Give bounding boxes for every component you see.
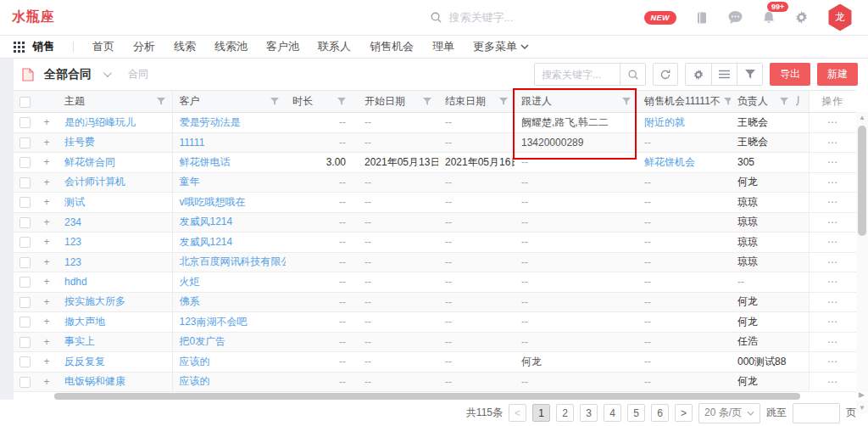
customer-link[interactable]: 火炬	[180, 276, 200, 288]
column-settings-button[interactable]	[686, 64, 711, 85]
apps-grid-icon[interactable]	[14, 42, 25, 53]
customer-link[interactable]: 童年	[180, 176, 200, 188]
row-checkbox[interactable]	[19, 237, 31, 248]
subject-link[interactable]: 电饭锅和健康	[64, 375, 125, 387]
notifications-bell-icon[interactable]: 99+	[762, 10, 776, 25]
scroll-down-icon[interactable]: ▼	[856, 404, 868, 412]
row-actions-button[interactable]: ⋯	[809, 172, 856, 193]
tab-analysis[interactable]: 分析	[133, 39, 155, 54]
row-checkbox[interactable]	[19, 377, 31, 388]
customer-link[interactable]: v哦吃哦想哦在	[180, 196, 246, 208]
row-expand-button[interactable]: +	[36, 153, 58, 173]
subject-link[interactable]: 挂号费	[64, 136, 95, 148]
row-expand-button[interactable]: +	[36, 312, 58, 333]
row-checkbox[interactable]	[19, 177, 31, 188]
row-checkbox[interactable]	[19, 356, 31, 367]
nav-app-name[interactable]: 销售	[32, 39, 54, 54]
row-checkbox[interactable]	[19, 137, 31, 149]
filter-funnel-icon[interactable]	[724, 98, 731, 106]
row-actions-button[interactable]: ⋯	[809, 193, 856, 213]
subject-link[interactable]: 反反复复	[64, 356, 105, 367]
row-actions-button[interactable]: ⋯	[809, 352, 856, 373]
customer-link[interactable]: 发威风1214	[180, 236, 233, 248]
header-owner[interactable]: 负责人	[731, 91, 795, 113]
tab-home[interactable]: 首页	[92, 39, 114, 54]
row-expand-button[interactable]: +	[36, 272, 58, 293]
page-button-3[interactable]: 3	[580, 404, 598, 422]
header-follower[interactable]: 跟进人	[515, 91, 637, 113]
customer-link[interactable]: 鲜花饼电话	[180, 156, 231, 168]
row-expand-button[interactable]: +	[36, 193, 58, 213]
row-expand-button[interactable]: +	[36, 212, 58, 233]
subject-link[interactable]: 是的冯绍峰玩儿	[64, 116, 136, 128]
density-button[interactable]	[711, 64, 737, 85]
subject-link[interactable]: 事实上	[64, 335, 95, 347]
row-actions-button[interactable]: ⋯	[809, 113, 856, 133]
row-expand-button[interactable]: +	[36, 332, 58, 352]
row-actions-button[interactable]: ⋯	[809, 132, 856, 153]
row-checkbox[interactable]	[19, 317, 31, 328]
row-checkbox[interactable]	[19, 197, 31, 208]
customer-link[interactable]: 应该的	[180, 375, 210, 387]
filter-funnel-icon[interactable]	[337, 98, 346, 106]
subject-link[interactable]: 按实施大所多	[64, 295, 125, 307]
customer-link[interactable]: 北京百度网讯科技有限公司	[180, 255, 287, 267]
jump-page-input[interactable]	[793, 403, 840, 423]
page-size-select[interactable]: 20 条/页	[698, 403, 760, 423]
subject-link[interactable]: 撒大声地	[64, 316, 105, 328]
export-button[interactable]: 导出	[770, 63, 810, 86]
scroll-up-icon[interactable]: ▲	[856, 114, 868, 121]
view-title[interactable]: 全部合同	[44, 67, 92, 82]
row-checkbox[interactable]	[19, 277, 31, 288]
user-avatar[interactable]: 龙	[827, 4, 853, 31]
row-actions-button[interactable]: ⋯	[809, 153, 856, 173]
refresh-button[interactable]	[653, 63, 678, 86]
row-actions-button[interactable]: ⋯	[809, 272, 856, 293]
customer-link[interactable]: 应该的	[180, 356, 210, 367]
row-expand-button[interactable]: +	[36, 352, 58, 373]
row-expand-button[interactable]: +	[36, 292, 58, 312]
tab-customer-pool[interactable]: 客户池	[266, 39, 299, 54]
header-subject[interactable]: 主题	[58, 91, 172, 113]
tab-lead-pool[interactable]: 线索池	[214, 39, 248, 54]
row-expand-button[interactable]: +	[36, 252, 58, 272]
filter-funnel-icon[interactable]	[780, 98, 788, 106]
customer-link[interactable]: 发威风1214	[180, 216, 233, 227]
subject-link[interactable]: hdhd	[64, 276, 87, 288]
filter-funnel-icon[interactable]	[270, 98, 279, 106]
page-button-2[interactable]: 2	[556, 404, 574, 422]
filter-funnel-icon[interactable]	[499, 98, 508, 106]
row-actions-button[interactable]: ⋯	[809, 292, 856, 312]
subject-link[interactable]: 测试	[64, 196, 85, 208]
notebook-icon[interactable]	[695, 11, 709, 25]
row-checkbox[interactable]	[19, 157, 31, 168]
row-checkbox[interactable]	[19, 297, 31, 308]
subject-link[interactable]: 123	[64, 236, 81, 248]
list-search-input[interactable]	[535, 64, 620, 85]
tab-leads[interactable]: 线索	[174, 39, 196, 54]
vertical-scroll-thumb[interactable]	[858, 126, 866, 236]
page-button-5[interactable]: 5	[627, 404, 645, 422]
filter-funnel-icon[interactable]	[157, 98, 165, 106]
global-search[interactable]: 搜索关键字...	[430, 10, 559, 25]
header-opportunity[interactable]: 销售机会11111不	[637, 91, 731, 113]
row-expand-button[interactable]: +	[36, 372, 58, 392]
row-actions-button[interactable]: ⋯	[809, 372, 856, 392]
subject-link[interactable]: 234	[64, 216, 81, 228]
list-search-button[interactable]	[620, 64, 645, 85]
page-button-1[interactable]: 1	[532, 404, 550, 422]
row-checkbox[interactable]	[19, 337, 31, 348]
select-all-checkbox[interactable]	[19, 97, 31, 108]
row-expand-button[interactable]: +	[36, 132, 58, 153]
row-expand-button[interactable]: +	[36, 172, 58, 193]
row-checkbox[interactable]	[19, 217, 31, 228]
prev-page-button[interactable]: <	[509, 404, 526, 422]
header-start-date[interactable]: 开始日期	[358, 91, 438, 113]
view-chevron-down-icon[interactable]	[103, 69, 112, 77]
header-end-date[interactable]: 结束日期	[438, 91, 515, 113]
header-customer[interactable]: 客户	[172, 91, 286, 113]
next-page-button[interactable]: >	[675, 404, 693, 422]
more-menu[interactable]: 更多菜单	[473, 39, 529, 54]
scroll-right-icon[interactable]: ▶	[859, 390, 865, 399]
messages-icon[interactable]	[727, 10, 743, 25]
